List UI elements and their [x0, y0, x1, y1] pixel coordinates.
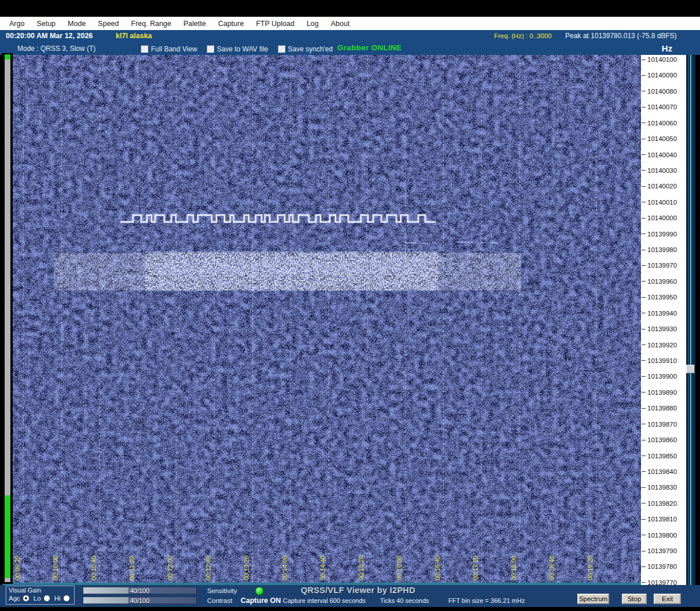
- time-gridline: [100, 55, 100, 583]
- time-gridline: [443, 55, 444, 583]
- capture-led-icon: [255, 587, 264, 595]
- grabber-status: Grabber ONLINE: [337, 43, 401, 52]
- freq-tick-dash-icon: [642, 186, 646, 187]
- menu-item-ftp-upload[interactable]: FTP Upload: [256, 20, 294, 28]
- sensitivity-slider[interactable]: 40/100: [83, 587, 197, 594]
- freq-tick-label: 10140060: [642, 120, 677, 127]
- time-gridline: [367, 55, 367, 583]
- exit-button[interactable]: Exit: [654, 594, 681, 604]
- menu-item-setup[interactable]: Setup: [36, 20, 56, 28]
- checkbox-row: Full Band ViewSave to WAV fileSave synch…: [141, 44, 333, 54]
- freq-tick-label: 10139800: [642, 532, 677, 539]
- freq-tick-label: 10139910: [642, 357, 677, 364]
- time-tick-label: 00:14:00: [281, 556, 289, 580]
- spectrum-button[interactable]: Spectrum: [577, 594, 609, 604]
- time-gridline: [481, 55, 482, 583]
- freq-tick-label: 10139950: [642, 294, 677, 301]
- radio-circle-icon[interactable]: [63, 595, 70, 602]
- capture-interval-label: Capture interval 600 seconds: [283, 597, 366, 604]
- freq-tick-label: 10140100: [642, 56, 677, 63]
- menu-item-mode[interactable]: Mode: [68, 20, 86, 28]
- radio-label: Lo: [34, 595, 41, 602]
- freq-tick-label: 10139980: [642, 246, 677, 253]
- menu-item-capture[interactable]: Capture: [218, 20, 244, 28]
- radio-circle-icon[interactable]: [43, 595, 50, 602]
- freq-tick-label: 10140090: [642, 72, 677, 79]
- gauge-level-fill: [5, 495, 10, 578]
- frequency-scale: 1014010010140090101400801014007010140060…: [641, 55, 686, 585]
- freq-tick-dash-icon: [642, 250, 646, 250]
- radio-lo[interactable]: Lo: [34, 595, 50, 602]
- time-tick-label: 00:13:20: [242, 556, 250, 580]
- time-gridline: [329, 55, 329, 583]
- freq-tick-dash-icon: [642, 202, 646, 202]
- time-tick-label: 00:19:20: [586, 556, 594, 580]
- checkbox-label: Save synch'ed: [288, 45, 333, 53]
- stop-button[interactable]: Stop: [622, 594, 647, 604]
- checkbox-label: Save to WAV file: [217, 45, 268, 53]
- freq-tick-dash-icon: [642, 329, 646, 329]
- freq-tick-dash-icon: [642, 392, 646, 392]
- checkbox-box-icon[interactable]: [207, 45, 214, 53]
- freq-tick-dash-icon: [642, 281, 646, 282]
- freq-tick-label: 10139810: [642, 516, 677, 523]
- checkbox-box-icon[interactable]: [141, 45, 148, 53]
- freq-tick-dash-icon: [642, 345, 646, 345]
- freq-tick-label: 10139870: [642, 421, 677, 428]
- menu-item-log[interactable]: Log: [307, 20, 319, 28]
- freq-tick-dash-icon: [642, 487, 646, 488]
- freq-tick-dash-icon: [642, 566, 646, 567]
- menu-item-freq-range[interactable]: Freq. Range: [131, 20, 171, 28]
- freq-tick-label: 10139900: [642, 373, 677, 380]
- frequency-scrollbar[interactable]: [686, 55, 695, 585]
- freq-tick-label: 10139960: [642, 278, 677, 285]
- time-gridline: [176, 55, 176, 583]
- freq-tick-label: 10139780: [642, 563, 677, 570]
- time-tick-label: 00:10:40: [90, 556, 98, 580]
- contrast-slider[interactable]: 40/100: [83, 597, 197, 604]
- bottom-control-bar: Visual Gain AgcLoHi 40/100 40/100 Sensit…: [0, 585, 700, 607]
- time-gridline: [520, 55, 520, 583]
- radio-agc[interactable]: Agc: [9, 595, 30, 602]
- checkbox-save-synch-ed[interactable]: Save synch'ed: [278, 45, 333, 53]
- argo-window: ArgoSetupModeSpeedFreq. RangePaletteCapt…: [0, 0, 700, 611]
- time-tick-label: 00:15:20: [357, 556, 365, 580]
- freq-tick-dash-icon: [642, 360, 646, 361]
- checkbox-save-to-wav-file[interactable]: Save to WAV file: [207, 45, 268, 53]
- freq-tick-label: 10140020: [642, 183, 677, 190]
- freq-tick-dash-icon: [642, 551, 646, 551]
- freq-tick-dash-icon: [642, 218, 646, 219]
- freq-tick-label: 10139840: [642, 468, 677, 475]
- freq-tick-label: 10140040: [642, 151, 677, 158]
- time-tick-label: 00:11:20: [128, 556, 136, 580]
- datetime-text: 00:20:00 AM Mar 12, 2026: [6, 32, 93, 40]
- waterfall-display: 00:09:2000:10:0000:10:4000:11:2000:12:00…: [2, 55, 641, 585]
- freq-tick-label: 10140070: [642, 103, 677, 110]
- peak-readout-label: Peak at 10139780.013 (-75.8 dBFS): [565, 32, 677, 40]
- time-gridline: [558, 55, 558, 583]
- time-tick-label: 00:10:00: [51, 556, 60, 580]
- freq-tick-dash-icon: [642, 519, 646, 520]
- radio-hi[interactable]: Hi: [54, 595, 70, 602]
- checkbox-full-band-view[interactable]: Full Band View: [141, 45, 197, 53]
- menu-item-speed[interactable]: Speed: [98, 20, 119, 28]
- menu-item-argo[interactable]: Argo: [9, 20, 24, 28]
- radio-circle-icon[interactable]: [23, 595, 30, 602]
- scrollbar-thumb[interactable]: [686, 365, 695, 373]
- sensitivity-label: Sensitivity: [207, 587, 237, 594]
- freq-tick-dash-icon: [642, 234, 646, 234]
- time-tick-label: 00:16:40: [433, 556, 441, 580]
- freq-tick-dash-icon: [642, 91, 646, 91]
- menu-item-about[interactable]: About: [331, 20, 350, 28]
- freq-tick-dash-icon: [642, 582, 646, 583]
- menu-item-palette[interactable]: Palette: [183, 20, 206, 28]
- freq-tick-label: 10139930: [642, 325, 677, 332]
- freq-tick-dash-icon: [642, 139, 646, 139]
- checkbox-box-icon[interactable]: [278, 45, 285, 53]
- freq-tick-label: 10139880: [642, 405, 677, 412]
- visual-gain-group: Visual Gain AgcLoHi: [6, 586, 75, 605]
- freq-tick-label: 10139820: [642, 500, 677, 507]
- contrast-label: Contrast: [207, 597, 232, 604]
- checkbox-label: Full Band View: [151, 45, 197, 53]
- freq-tick-dash-icon: [642, 408, 646, 409]
